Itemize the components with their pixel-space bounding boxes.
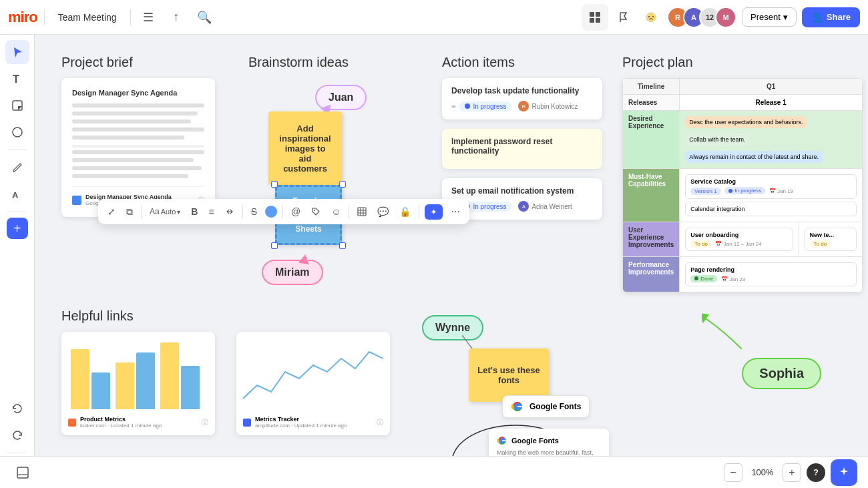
marker-tool[interactable]: A [5,182,29,206]
ft-comment[interactable]: 💬 [375,204,391,220]
bar-chart [68,338,208,412]
project-plan-section: Project plan Timeline Q1 Releases Releas… [622,55,863,292]
brief-card[interactable]: Design Manager Sync Agenda Design Manage… [61,78,215,217]
handle-br[interactable] [339,242,346,249]
board-title[interactable]: Team Meeting [51,12,124,23]
metrics-tracker-card[interactable]: Metrics Tracker amplitude.com · Updated … [236,332,390,435]
flag-button[interactable] [614,7,635,28]
text-tool[interactable]: T [5,67,29,91]
onboarding-card: User onboarding To do 📅 Jan 12 – Jan 24 [685,228,793,251]
action-card-1-title: Develop task update functionality [451,86,593,95]
helpful-links-cards: Product Metrics looker.com · Located 1 m… [61,332,409,435]
fonts-area: Wynne Let's use these fonts Google Fonts [422,315,622,351]
helpful-links-section: Helpful links [61,308,409,435]
service-catalog-card: Service Catalog Version 1 In progress 📅 … [685,174,857,199]
card1-info-icon[interactable]: ⓘ [202,418,208,427]
bar-b2 [136,352,155,409]
fonts-sticky[interactable]: Let's use these fonts [469,348,549,402]
bar-b1 [91,373,110,409]
ft-move[interactable]: ⤢ [105,204,118,220]
add-tool[interactable]: + [7,218,28,239]
assignee-1: R Rubin Kotowicz [518,101,578,111]
avatar-group: R A 12 M [667,7,736,28]
juan-bubble: Juan [315,85,367,110]
must-have-label: Must-Have Capabilities [623,169,680,222]
releases-label: Releases [623,95,680,111]
grid-view-button[interactable] [582,4,608,31]
brainstorm-section: Brainstorm ideas Juan Add inspirational … [248,55,422,305]
handle-bl[interactable] [271,242,278,249]
ft-color[interactable] [265,206,277,218]
product-metrics-icon [68,419,76,427]
search-button[interactable]: 🔍 [194,7,215,28]
release1-cell: Release 1 [680,95,863,111]
svg-point-4 [646,13,656,22]
perf-cell: Page rendering Done 📅 Jan 23 [680,256,863,292]
ft-link[interactable] [222,204,237,219]
brainstorm-area: Juan Add inspirational images to aid cus… [248,78,422,305]
line-chart-svg [243,338,383,412]
ft-mention[interactable]: @ [288,204,303,220]
brainstorm-header: Brainstorm ideas [248,55,422,70]
ft-align[interactable]: ≡ [206,204,216,220]
toolbar-separator [8,150,27,150]
magic-tools-button[interactable] [831,459,857,486]
bottom-panel-btn[interactable] [11,461,35,485]
google-fonts-badge[interactable]: Google Fonts [502,395,590,418]
card2-info-icon[interactable]: ⓘ [377,418,383,427]
cursor-tool[interactable] [5,40,29,64]
topbar-separator2 [130,9,131,25]
ft-magic[interactable]: ✦ [425,204,443,220]
ft-table[interactable] [355,204,369,219]
svg-point-5 [648,16,650,17]
present-button[interactable]: Present ▾ [742,7,797,27]
share-button[interactable]: 👤 Share [802,7,860,27]
help-button[interactable]: ? [807,463,825,482]
svg-point-6 [652,16,654,17]
handle-tl[interactable] [271,181,278,188]
google-fonts-card[interactable]: Google Fonts Making the web more beautif… [489,429,609,456]
action-card-1[interactable]: Develop task update functionality ≡ In p… [442,78,602,119]
bar-group-3 [160,342,200,409]
ft-more[interactable]: ··· [448,203,462,220]
redo-tool[interactable] [5,423,29,447]
assignee-3: A Adria Weinert [518,201,572,212]
bar-y3 [160,342,179,409]
pen-tool[interactable] [5,156,29,180]
ft-emoji[interactable]: ☺ [329,204,343,220]
ft-strike[interactable]: S [248,204,260,220]
shape-tool[interactable] [5,120,29,144]
ft-tag[interactable] [308,204,323,219]
zoom-minus-btn[interactable]: − [724,463,742,482]
zoom-plus-btn[interactable]: + [783,463,801,482]
sophia-area: Sophia [742,358,821,389]
ft-sep3 [282,205,283,218]
metrics-tracker-footer: Metrics Tracker amplitude.com · Updated … [243,416,383,429]
ft-bold[interactable]: B [188,204,200,220]
undo-tool[interactable] [5,397,29,421]
floating-toolbar: ⤢ ⧉ Aa Auto ▾ B ≡ S @ ☺ 💬 🔒 ✦ ··· [98,199,469,224]
sticky-yellow-1[interactable]: Add inspirational images to aid customer… [268,111,342,185]
ft-size[interactable]: Aa Auto ▾ [147,204,183,219]
ux-cell: User onboarding To do 📅 Jan 12 – Jan 24 [680,222,799,256]
ip-badge: In progress [724,187,765,194]
metrics-tracker-text: Metrics Tracker amplitude.com · Updated … [255,416,347,429]
ft-lock[interactable]: 🔒 [397,204,413,220]
product-metrics-footer: Product Metrics looker.com · Located 1 m… [68,416,208,429]
sticky-tool[interactable] [5,93,29,117]
party-button[interactable] [640,7,662,28]
plan-th-timeline: Timeline [623,79,680,95]
perf-label: Performance Improvements [623,256,680,292]
upload-button[interactable]: ↑ [166,7,187,28]
plan-row-desired: Desired Experience Desc the user expecta… [623,111,863,169]
wynne-bubble: Wynne [422,315,483,340]
brief-line-8 [72,166,202,170]
google-fonts-area: Google Fonts Google Fonts Making the web… [502,395,590,425]
menu-button[interactable]: ☰ [138,7,159,28]
ft-copy[interactable]: ⧉ [124,204,136,220]
new-term-card: New te... To do [805,228,857,251]
action-card-2[interactable]: Implement password reset functionality [442,129,602,169]
svg-text:A: A [12,190,19,200]
handle-tr[interactable] [339,181,346,188]
product-metrics-card[interactable]: Product Metrics looker.com · Located 1 m… [61,332,215,435]
